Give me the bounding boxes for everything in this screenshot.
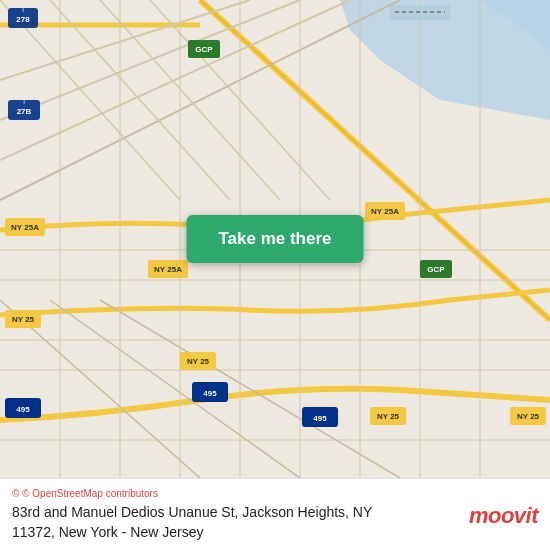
osm-credit: © © OpenStreetMap contributors [12, 488, 459, 499]
address-text: 83rd and Manuel Dedios Unanue St, Jackso… [12, 503, 412, 542]
footer-left: © © OpenStreetMap contributors 83rd and … [12, 488, 459, 542]
svg-text:27B: 27B [17, 107, 32, 116]
take-me-there-button[interactable]: Take me there [187, 215, 364, 263]
svg-text:GCP: GCP [427, 265, 445, 274]
svg-text:495: 495 [203, 389, 217, 398]
footer: © © OpenStreetMap contributors 83rd and … [0, 478, 550, 550]
svg-text:NY 25: NY 25 [12, 315, 35, 324]
app-container: 278 I 27B I NY 25A NY 25A NY 25A NY 25 N… [0, 0, 550, 550]
svg-text:278: 278 [16, 15, 30, 24]
svg-text:NY 25A: NY 25A [154, 265, 182, 274]
svg-text:NY 25: NY 25 [517, 412, 540, 421]
svg-text:NY 25A: NY 25A [371, 207, 399, 216]
svg-text:495: 495 [313, 414, 327, 423]
map-area: 278 I 27B I NY 25A NY 25A NY 25A NY 25 N… [0, 0, 550, 478]
moovit-logo: moovit [469, 503, 538, 529]
svg-text:NY 25: NY 25 [377, 412, 400, 421]
svg-text:NY 25: NY 25 [187, 357, 210, 366]
copyright-symbol: © [12, 488, 19, 499]
osm-contributors-text: © OpenStreetMap contributors [22, 488, 158, 499]
svg-text:GCP: GCP [195, 45, 213, 54]
svg-text:495: 495 [16, 405, 30, 414]
svg-text:NY 25A: NY 25A [11, 223, 39, 232]
moovit-logo-text: moovit [469, 503, 538, 529]
